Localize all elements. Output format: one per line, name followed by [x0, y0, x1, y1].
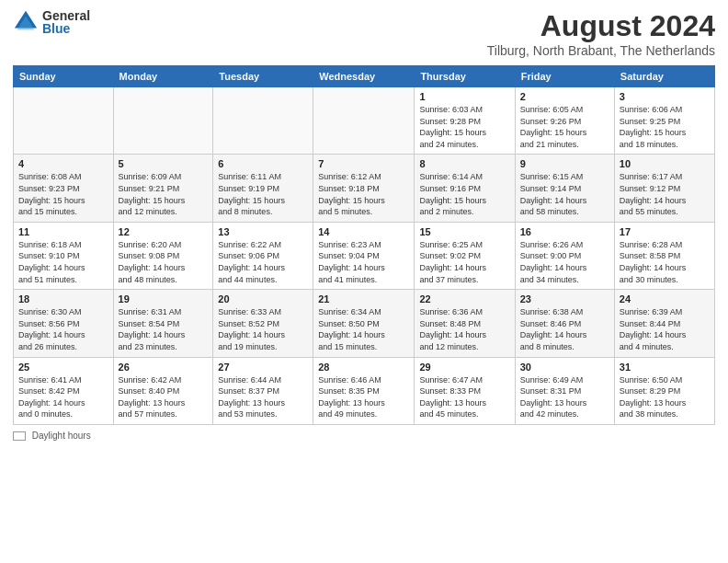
- weekday-header-thursday: Thursday: [415, 66, 515, 87]
- calendar-cell: 16Sunrise: 6:26 AM Sunset: 9:00 PM Dayli…: [515, 222, 614, 289]
- day-info: Sunrise: 6:26 AM Sunset: 9:00 PM Dayligh…: [520, 239, 609, 285]
- day-info: Sunrise: 6:49 AM Sunset: 8:31 PM Dayligh…: [520, 374, 609, 420]
- day-info: Sunrise: 6:20 AM Sunset: 9:08 PM Dayligh…: [119, 239, 209, 285]
- day-number: 25: [18, 362, 108, 373]
- calendar-cell: [213, 87, 313, 155]
- day-number: 29: [419, 362, 509, 373]
- calendar-cell: 1Sunrise: 6:03 AM Sunset: 9:28 PM Daylig…: [415, 87, 515, 155]
- day-info: Sunrise: 6:30 AM Sunset: 8:56 PM Dayligh…: [18, 306, 108, 352]
- weekday-header-tuesday: Tuesday: [213, 66, 313, 87]
- day-number: 2: [520, 91, 609, 102]
- day-number: 10: [620, 158, 710, 169]
- calendar-cell: 5Sunrise: 6:09 AM Sunset: 9:21 PM Daylig…: [113, 155, 213, 222]
- day-number: 17: [620, 226, 710, 237]
- day-info: Sunrise: 6:17 AM Sunset: 9:12 PM Dayligh…: [620, 171, 710, 217]
- day-info: Sunrise: 6:11 AM Sunset: 9:19 PM Dayligh…: [218, 171, 308, 217]
- day-info: Sunrise: 6:41 AM Sunset: 8:42 PM Dayligh…: [18, 374, 108, 420]
- day-info: Sunrise: 6:12 AM Sunset: 9:18 PM Dayligh…: [318, 171, 409, 217]
- day-number: 13: [218, 226, 308, 237]
- calendar-cell: [14, 87, 114, 155]
- calendar-cell: 13Sunrise: 6:22 AM Sunset: 9:06 PM Dayli…: [213, 222, 313, 289]
- daylight-label: Daylight hours: [32, 431, 91, 441]
- calendar-cell: 18Sunrise: 6:30 AM Sunset: 8:56 PM Dayli…: [14, 290, 114, 357]
- daylight-box: [13, 431, 26, 441]
- calendar-cell: 28Sunrise: 6:46 AM Sunset: 8:35 PM Dayli…: [313, 357, 415, 424]
- day-number: 4: [18, 158, 108, 169]
- day-number: 1: [419, 91, 509, 102]
- day-info: Sunrise: 6:36 AM Sunset: 8:48 PM Dayligh…: [419, 306, 509, 352]
- calendar-cell: 9Sunrise: 6:15 AM Sunset: 9:14 PM Daylig…: [515, 155, 614, 222]
- calendar-cell: 20Sunrise: 6:33 AM Sunset: 8:52 PM Dayli…: [213, 290, 313, 357]
- calendar-header: SundayMondayTuesdayWednesdayThursdayFrid…: [14, 66, 715, 87]
- calendar-cell: [113, 87, 213, 155]
- calendar-cell: 6Sunrise: 6:11 AM Sunset: 9:19 PM Daylig…: [213, 155, 313, 222]
- week-row-2: 4Sunrise: 6:08 AM Sunset: 9:23 PM Daylig…: [14, 155, 715, 222]
- weekday-header-friday: Friday: [515, 66, 614, 87]
- day-number: 23: [520, 293, 609, 304]
- calendar-cell: 8Sunrise: 6:14 AM Sunset: 9:16 PM Daylig…: [415, 155, 515, 222]
- daylight-legend: Daylight hours: [13, 431, 91, 441]
- day-number: 9: [520, 158, 609, 169]
- calendar-cell: 19Sunrise: 6:31 AM Sunset: 8:54 PM Dayli…: [113, 290, 213, 357]
- day-info: Sunrise: 6:05 AM Sunset: 9:26 PM Dayligh…: [520, 104, 609, 150]
- calendar-table: SundayMondayTuesdayWednesdayThursdayFrid…: [13, 65, 715, 425]
- day-number: 11: [18, 226, 108, 237]
- page: General Blue August 2024 Tilburg, North …: [0, 0, 728, 563]
- day-info: Sunrise: 6:38 AM Sunset: 8:46 PM Dayligh…: [520, 306, 609, 352]
- location: Tilburg, North Brabant, The Netherlands: [487, 43, 715, 58]
- logo-text: General Blue: [42, 9, 90, 35]
- day-info: Sunrise: 6:03 AM Sunset: 9:28 PM Dayligh…: [419, 104, 509, 150]
- day-info: Sunrise: 6:46 AM Sunset: 8:35 PM Dayligh…: [318, 374, 409, 420]
- calendar-cell: 15Sunrise: 6:25 AM Sunset: 9:02 PM Dayli…: [415, 222, 515, 289]
- day-number: 30: [520, 362, 609, 373]
- day-info: Sunrise: 6:42 AM Sunset: 8:40 PM Dayligh…: [119, 374, 209, 420]
- day-number: 26: [119, 362, 209, 373]
- day-info: Sunrise: 6:50 AM Sunset: 8:29 PM Dayligh…: [620, 374, 710, 420]
- day-number: 20: [218, 293, 308, 304]
- calendar-cell: 24Sunrise: 6:39 AM Sunset: 8:44 PM Dayli…: [614, 290, 714, 357]
- day-number: 16: [520, 226, 609, 237]
- day-number: 3: [620, 91, 710, 102]
- day-number: 27: [218, 362, 308, 373]
- week-row-4: 18Sunrise: 6:30 AM Sunset: 8:56 PM Dayli…: [14, 290, 715, 357]
- calendar-cell: 14Sunrise: 6:23 AM Sunset: 9:04 PM Dayli…: [313, 222, 415, 289]
- week-row-5: 25Sunrise: 6:41 AM Sunset: 8:42 PM Dayli…: [14, 357, 715, 424]
- day-info: Sunrise: 6:44 AM Sunset: 8:37 PM Dayligh…: [218, 374, 308, 420]
- logo-general-text: General: [42, 9, 90, 22]
- day-number: 21: [318, 293, 409, 304]
- day-info: Sunrise: 6:25 AM Sunset: 9:02 PM Dayligh…: [419, 239, 509, 285]
- day-info: Sunrise: 6:15 AM Sunset: 9:14 PM Dayligh…: [520, 171, 609, 217]
- day-info: Sunrise: 6:31 AM Sunset: 8:54 PM Dayligh…: [119, 306, 209, 352]
- day-number: 31: [620, 362, 710, 373]
- day-info: Sunrise: 6:28 AM Sunset: 8:58 PM Dayligh…: [620, 239, 710, 285]
- calendar-cell: 4Sunrise: 6:08 AM Sunset: 9:23 PM Daylig…: [14, 155, 114, 222]
- day-number: 12: [119, 226, 209, 237]
- day-number: 22: [419, 293, 509, 304]
- day-info: Sunrise: 6:14 AM Sunset: 9:16 PM Dayligh…: [419, 171, 509, 217]
- day-info: Sunrise: 6:18 AM Sunset: 9:10 PM Dayligh…: [18, 239, 108, 285]
- calendar-cell: 2Sunrise: 6:05 AM Sunset: 9:26 PM Daylig…: [515, 87, 614, 155]
- day-number: 24: [620, 293, 710, 304]
- calendar-cell: 25Sunrise: 6:41 AM Sunset: 8:42 PM Dayli…: [14, 357, 114, 424]
- calendar-cell: 23Sunrise: 6:38 AM Sunset: 8:46 PM Dayli…: [515, 290, 614, 357]
- day-number: 19: [119, 293, 209, 304]
- day-info: Sunrise: 6:06 AM Sunset: 9:25 PM Dayligh…: [620, 104, 710, 150]
- day-info: Sunrise: 6:34 AM Sunset: 8:50 PM Dayligh…: [318, 306, 409, 352]
- calendar-cell: 10Sunrise: 6:17 AM Sunset: 9:12 PM Dayli…: [614, 155, 714, 222]
- weekday-header-sunday: Sunday: [14, 66, 114, 87]
- logo-icon: [13, 9, 39, 35]
- footer: Daylight hours: [13, 431, 715, 441]
- title-block: August 2024 Tilburg, North Brabant, The …: [487, 9, 715, 58]
- calendar-cell: 31Sunrise: 6:50 AM Sunset: 8:29 PM Dayli…: [614, 357, 714, 424]
- calendar-body: 1Sunrise: 6:03 AM Sunset: 9:28 PM Daylig…: [14, 87, 715, 425]
- weekday-header-monday: Monday: [113, 66, 213, 87]
- week-row-3: 11Sunrise: 6:18 AM Sunset: 9:10 PM Dayli…: [14, 222, 715, 289]
- day-number: 7: [318, 158, 409, 169]
- calendar-cell: 12Sunrise: 6:20 AM Sunset: 9:08 PM Dayli…: [113, 222, 213, 289]
- day-info: Sunrise: 6:33 AM Sunset: 8:52 PM Dayligh…: [218, 306, 308, 352]
- calendar-cell: [313, 87, 415, 155]
- calendar-cell: 17Sunrise: 6:28 AM Sunset: 8:58 PM Dayli…: [614, 222, 714, 289]
- day-info: Sunrise: 6:22 AM Sunset: 9:06 PM Dayligh…: [218, 239, 308, 285]
- calendar-cell: 7Sunrise: 6:12 AM Sunset: 9:18 PM Daylig…: [313, 155, 415, 222]
- day-info: Sunrise: 6:09 AM Sunset: 9:21 PM Dayligh…: [119, 171, 209, 217]
